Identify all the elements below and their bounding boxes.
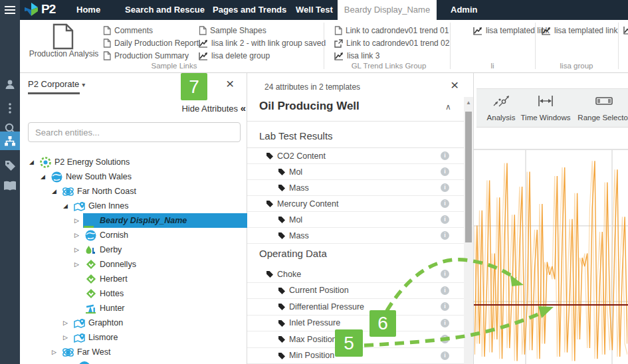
tree-label: Far West bbox=[77, 347, 110, 357]
attribute-row-differential-pressure[interactable]: Differential Pressurei bbox=[247, 299, 464, 316]
kebab-menu-icon[interactable] bbox=[0, 100, 20, 117]
range-selector-button[interactable]: Range Selector bbox=[574, 94, 628, 122]
tree-row-beardy-display-name-selected[interactable]: ▷ Beardy Display_Name bbox=[20, 213, 247, 228]
tree-row-graphton[interactable]: ▷ Graphton bbox=[20, 316, 247, 330]
hierarchy-icon-active[interactable] bbox=[0, 132, 20, 150]
trend-link-icon-partial[interactable] bbox=[623, 26, 628, 35]
info-icon[interactable]: i bbox=[441, 302, 449, 311]
expand-icon[interactable]: ▷ bbox=[63, 319, 73, 326]
gl-trend-links-column: Link to cadrondev01 trend 01 Link to cad… bbox=[334, 25, 449, 62]
book-icon[interactable] bbox=[0, 177, 20, 195]
info-icon[interactable]: i bbox=[441, 351, 449, 360]
production-analysis-icon[interactable] bbox=[52, 23, 74, 50]
link-cadrondev01-trend-02-button[interactable]: Link to cadrondev01 trend 02 bbox=[334, 37, 449, 49]
tree-row-new-south-wales[interactable]: ◢ New South Wales bbox=[20, 169, 247, 184]
tree-row-hunter[interactable]: Hunter bbox=[20, 301, 247, 316]
attribute-row-mercury-content[interactable]: Mercury Contenti bbox=[247, 196, 464, 212]
left-icon-sidebar bbox=[0, 20, 20, 364]
production-summary-button[interactable]: Production Summary bbox=[103, 50, 199, 62]
lisa-link-3-button[interactable]: lisa link 3 bbox=[334, 50, 449, 62]
attribute-row-mass[interactable]: Massi bbox=[247, 180, 464, 196]
trend-toolbar: Analysis Time Windows Range Selector bbox=[476, 88, 628, 128]
tag-icon bbox=[278, 352, 285, 359]
hide-attributes-button[interactable]: Hide Attributes « bbox=[126, 102, 246, 114]
hierarchy-selector-dropdown[interactable]: P2 Corporate▾ bbox=[28, 79, 85, 89]
lisa-group-label: lisa group bbox=[535, 62, 618, 70]
link-cadrondev01-trend-01-label: Link to cadrondev01 trend 01 bbox=[346, 26, 449, 35]
user-icon[interactable] bbox=[0, 76, 20, 93]
section-lab-test-results: Lab Test Results bbox=[259, 130, 333, 141]
info-icon[interactable]: i bbox=[441, 286, 449, 295]
nav-item-home[interactable]: Home bbox=[76, 0, 100, 20]
info-icon[interactable]: i bbox=[441, 231, 449, 240]
attribute-row-mol[interactable]: Moli bbox=[247, 164, 464, 180]
tree-row-hottes[interactable]: Hottes bbox=[20, 286, 247, 301]
tree-row-cornish[interactable]: ▷ Cornish bbox=[20, 228, 247, 242]
page-icon bbox=[103, 39, 111, 48]
tag-icon bbox=[278, 184, 285, 191]
expand-icon[interactable]: ▷ bbox=[74, 232, 84, 238]
attributes-scrollbar[interactable]: ▲ bbox=[464, 97, 473, 364]
p2-logo-text: P2 bbox=[41, 2, 55, 17]
close-icon[interactable]: × bbox=[451, 77, 459, 93]
daily-production-report-button[interactable]: Daily Production Report bbox=[103, 37, 199, 49]
attribute-row-mass-2[interactable]: Massi bbox=[247, 228, 464, 244]
attribute-row-co2-content[interactable]: CO2 Contenti bbox=[247, 148, 464, 164]
link-cadrondev01-trend-01-button[interactable]: Link to cadrondev01 trend 01 bbox=[334, 25, 449, 37]
tree-row-derby[interactable]: ▷ Derby bbox=[20, 242, 247, 257]
attribute-row-mol-2[interactable]: Moli bbox=[247, 212, 464, 228]
nav-item-search-and-rescue[interactable]: Search and Rescue bbox=[125, 0, 205, 20]
attribute-label: Differential Pressure bbox=[289, 302, 364, 312]
expand-icon[interactable]: ▷ bbox=[74, 261, 84, 268]
expand-icon[interactable]: ◢ bbox=[52, 188, 62, 195]
template-header-oil-producing-well[interactable]: Oil Producing Well bbox=[259, 100, 459, 113]
search-entities-input[interactable] bbox=[28, 122, 241, 142]
info-icon[interactable]: i bbox=[441, 151, 449, 160]
range-selector-icon bbox=[594, 94, 614, 108]
production-analysis-button[interactable]: Production Analysis bbox=[20, 49, 108, 58]
tree-row-herbert[interactable]: Herbert bbox=[20, 272, 247, 286]
tree-row-lismore[interactable]: ▷ Lismore bbox=[20, 330, 247, 345]
time-windows-button[interactable]: Time Windows bbox=[516, 94, 576, 122]
expand-icon[interactable]: ▷ bbox=[63, 334, 73, 341]
info-icon[interactable]: i bbox=[441, 183, 449, 192]
expand-icon[interactable]: ◢ bbox=[29, 159, 39, 165]
tree-row-donnellys[interactable]: ▷ Donnellys bbox=[20, 257, 247, 272]
attribute-row-choke[interactable]: Chokei bbox=[247, 266, 464, 283]
scrollbar-thumb[interactable] bbox=[465, 112, 472, 242]
info-icon[interactable]: i bbox=[441, 215, 449, 224]
tree-row-far-west[interactable]: ▷ Far West bbox=[20, 345, 247, 359]
info-icon[interactable]: i bbox=[441, 270, 449, 278]
nav-item-pages-and-trends[interactable]: Pages and Trends bbox=[213, 0, 286, 20]
info-icon[interactable]: i bbox=[441, 335, 449, 343]
sample-shapes-button[interactable]: Sample Shapes bbox=[199, 25, 326, 37]
trend-link-icon bbox=[473, 27, 482, 35]
lisa-delete-group-button[interactable]: lisa delete group bbox=[199, 50, 326, 62]
attribute-row-current-position[interactable]: Current Positioni bbox=[247, 283, 464, 300]
info-icon[interactable]: i bbox=[441, 319, 449, 327]
lisa-link-2-button[interactable]: lisa link 2 - with link group saved bbox=[199, 37, 326, 49]
info-icon[interactable]: i bbox=[441, 167, 449, 176]
expand-icon[interactable]: ◢ bbox=[41, 173, 51, 180]
comments-button[interactable]: Comments bbox=[103, 25, 199, 37]
expand-icon[interactable]: ▷ bbox=[52, 349, 62, 355]
tag-icon[interactable] bbox=[0, 157, 20, 174]
chevron-up-icon[interactable]: ∧ bbox=[445, 102, 451, 112]
tree-row-p2-energy-solutions[interactable]: ◢ P2 Energy Solutions bbox=[20, 155, 247, 169]
lisa-templated-link-button-2[interactable]: lisa templated link bbox=[542, 25, 617, 37]
tree-row-far-north-coast[interactable]: ◢ Far North Coast bbox=[20, 184, 247, 199]
sample-links-group-label: Sample Links bbox=[118, 62, 231, 70]
nav-item-well-test[interactable]: Well Test bbox=[296, 0, 333, 20]
lisa-templated-link-button[interactable]: lisa templated link bbox=[473, 25, 549, 37]
attributes-panel: 24 attributes in 2 templates × Oil Produ… bbox=[247, 73, 474, 364]
time-windows-icon bbox=[536, 94, 556, 108]
expand-icon[interactable]: ▷ bbox=[74, 246, 84, 253]
expand-icon[interactable]: ◢ bbox=[63, 203, 73, 209]
menu-icon[interactable] bbox=[0, 0, 20, 20]
nav-item-admin[interactable]: Admin bbox=[451, 0, 477, 20]
tree-row-glen-innes[interactable]: ◢ Glen Innes bbox=[20, 199, 247, 213]
close-icon[interactable]: × bbox=[226, 76, 234, 92]
scroll-up-icon[interactable]: ▲ bbox=[464, 100, 473, 106]
nav-tab-active-beardy[interactable]: Beardy Display_Name bbox=[338, 0, 437, 20]
info-icon[interactable]: i bbox=[441, 199, 449, 208]
